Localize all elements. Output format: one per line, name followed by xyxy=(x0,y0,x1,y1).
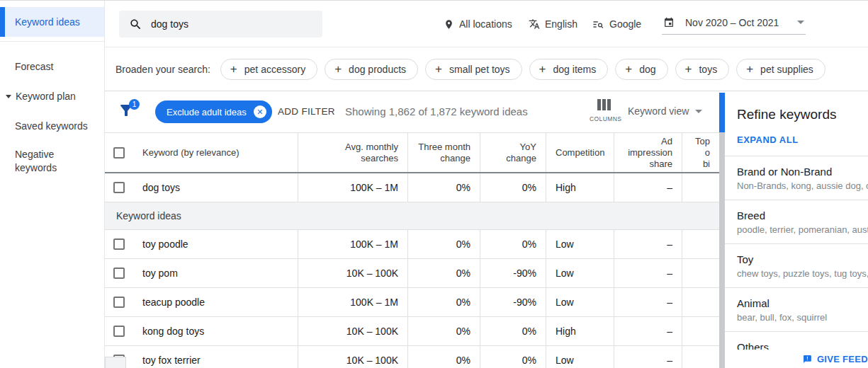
vertical-scrollbar[interactable] xyxy=(719,93,725,368)
scrollbar-thumb[interactable] xyxy=(719,93,725,132)
keyword-cell: teacup poodle xyxy=(133,297,298,308)
exclude-adult-ideas-pill[interactable]: Exclude adult ideas ✕ xyxy=(155,100,272,123)
top-bid-cell xyxy=(682,173,719,202)
top-bid-cell xyxy=(682,317,719,345)
plus-icon: + xyxy=(685,63,692,75)
horizontal-scrollbar-thumb[interactable] xyxy=(105,357,126,368)
broaden-chip-dog-products[interactable]: +dog products xyxy=(325,59,418,80)
broaden-chip-pet-supplies[interactable]: +pet supplies xyxy=(736,59,825,80)
sidebar-item-label: Negative keywords xyxy=(15,148,85,175)
top-bid-cell xyxy=(682,230,719,258)
row-checkbox[interactable] xyxy=(113,326,125,337)
remove-filter-icon[interactable]: ✕ xyxy=(254,105,266,118)
table-row[interactable]: toy pom 10K – 100K 0% -90% Low – xyxy=(105,259,719,288)
col-header-ad-share[interactable]: Ad impression share xyxy=(614,133,682,172)
competition-cell: Low xyxy=(546,346,614,368)
ad-share-cell: – xyxy=(614,230,682,258)
table-row[interactable]: dog toys 100K – 1M 0% 0% High – xyxy=(105,173,719,202)
broaden-chip-dog[interactable]: +dog xyxy=(615,59,667,80)
plus-icon: + xyxy=(539,63,546,75)
date-range-label: Nov 2020 – Oct 2021 xyxy=(685,17,779,28)
keyword-cell: kong dog toys xyxy=(133,326,298,337)
col-header-yoy[interactable]: YoY change xyxy=(480,133,546,172)
table-row[interactable]: kong dog toys 10K – 100K 0% 0% High – xyxy=(105,317,719,346)
feedback-icon xyxy=(803,354,812,364)
plus-icon: + xyxy=(746,63,753,75)
add-filter-button[interactable]: ADD FILTER xyxy=(278,106,335,117)
locations-label: All locations xyxy=(459,18,512,30)
category-title[interactable]: Animal xyxy=(737,297,868,309)
keyword-cell: toy fox terrier xyxy=(133,355,298,366)
broaden-chip-dog-items[interactable]: +dog items xyxy=(529,59,609,80)
top-bid-cell xyxy=(682,288,719,316)
avg-searches-cell: 10K – 100K xyxy=(298,259,407,287)
competition-cell: High xyxy=(546,317,614,345)
keyword-search-input[interactable]: dog toys xyxy=(119,11,322,38)
three-month-cell: 0% xyxy=(407,317,480,345)
plus-icon: + xyxy=(625,63,632,75)
search-icon xyxy=(129,18,142,31)
competition-cell: Low xyxy=(546,288,614,316)
feedback-bar: GIVE FEED xyxy=(725,350,868,368)
col-header-top-bid[interactable]: Top o bi xyxy=(682,133,719,172)
avg-searches-cell: 10K – 100K xyxy=(298,346,407,368)
broaden-chip-toys[interactable]: +toys xyxy=(675,59,730,80)
category-title[interactable]: Breed xyxy=(737,209,868,222)
category-examples: chew toys, puzzle toys, tug toys, fet xyxy=(737,268,868,279)
table-row[interactable]: teacup poodle 100K – 1M 0% -90% Low – xyxy=(105,288,719,317)
col-header-keyword[interactable]: Keyword (by relevance) xyxy=(133,147,298,159)
category-title[interactable]: Brand or Non-Brand xyxy=(737,166,868,178)
give-feedback-link[interactable]: GIVE FEED xyxy=(817,354,868,364)
refine-category-toy[interactable]: Toy chew toys, puzzle toys, tug toys, fe… xyxy=(725,243,868,287)
keyword-cell: toy pom xyxy=(133,268,298,279)
locations-selector[interactable]: All locations xyxy=(444,1,512,47)
three-month-cell: 0% xyxy=(407,259,480,287)
category-title[interactable]: Toy xyxy=(737,253,868,265)
view-label: Keyword view xyxy=(628,105,689,117)
network-label: Google xyxy=(609,18,641,30)
filter-funnel-icon[interactable]: 1 xyxy=(118,102,136,120)
columns-button[interactable]: COLUMNS xyxy=(590,99,618,122)
filter-toolbar: 1 Exclude adult ideas ✕ ADD FILTER Showi… xyxy=(105,91,719,132)
keyword-view-dropdown[interactable]: Keyword view xyxy=(628,105,702,117)
sidebar-item-keyword-plan[interactable]: Keyword plan xyxy=(0,81,104,111)
ad-share-cell: – xyxy=(614,346,682,368)
row-checkbox[interactable] xyxy=(113,238,125,250)
row-checkbox[interactable] xyxy=(113,182,125,193)
avg-searches-cell: 100K – 1M xyxy=(298,288,407,316)
refine-category-brand[interactable]: Brand or Non-Brand Non-Brands, kong, aus… xyxy=(725,156,868,200)
network-selector[interactable]: Google xyxy=(592,1,641,47)
three-month-cell: 0% xyxy=(407,288,480,316)
row-checkbox[interactable] xyxy=(113,268,125,279)
select-all-checkbox[interactable] xyxy=(113,147,125,159)
table-row[interactable]: toy poodle 100K – 1M 0% 0% Low – xyxy=(105,230,719,259)
col-header-avg-searches[interactable]: Avg. monthly searches xyxy=(298,133,407,172)
refine-category-animal[interactable]: Animal bear, bull, fox, squirrel xyxy=(725,287,868,331)
search-network-icon xyxy=(592,18,604,30)
broaden-chip-pet-accessory[interactable]: +pet accessory xyxy=(220,59,317,80)
results-count-text: Showing 1,862 of 1,872 keyword ideas xyxy=(345,105,528,117)
sidebar-item-negative-keywords[interactable]: Negative keywords xyxy=(0,141,105,182)
category-examples: Non-Brands, kong, aussie dog, chuc xyxy=(737,180,868,191)
broaden-chip-small-pet-toys[interactable]: +small pet toys xyxy=(425,59,522,80)
yoy-cell: -90% xyxy=(480,288,546,316)
keyword-cell: toy poodle xyxy=(133,238,298,250)
sidebar-item-keyword-ideas[interactable]: Keyword ideas xyxy=(0,7,104,37)
col-header-three-month[interactable]: Three month change xyxy=(407,133,480,172)
date-range-selector[interactable]: Nov 2020 – Oct 2021 xyxy=(662,1,806,47)
three-month-cell: 0% xyxy=(407,230,480,258)
table-header-row: Keyword (by relevance) Avg. monthly sear… xyxy=(105,132,719,173)
plus-icon: + xyxy=(230,63,237,75)
refine-category-breed[interactable]: Breed poodle, terrier, pomeranian, austr… xyxy=(725,200,868,243)
language-selector[interactable]: English xyxy=(529,1,577,47)
col-header-competition[interactable]: Competition xyxy=(546,133,614,172)
sidebar-item-saved-keywords[interactable]: Saved keywords xyxy=(0,111,104,141)
row-checkbox[interactable] xyxy=(113,297,125,308)
expand-all-link[interactable]: EXPAND ALL xyxy=(737,134,868,145)
yoy-cell: 0% xyxy=(480,230,546,258)
table-row[interactable]: toy fox terrier 10K – 100K 0% 0% Low – xyxy=(105,346,719,368)
category-examples: poodle, terrier, pomeranian, australi xyxy=(737,224,868,235)
ad-share-cell: – xyxy=(614,317,682,345)
location-pin-icon xyxy=(444,19,454,30)
sidebar-item-forecast[interactable]: Forecast xyxy=(0,52,104,81)
